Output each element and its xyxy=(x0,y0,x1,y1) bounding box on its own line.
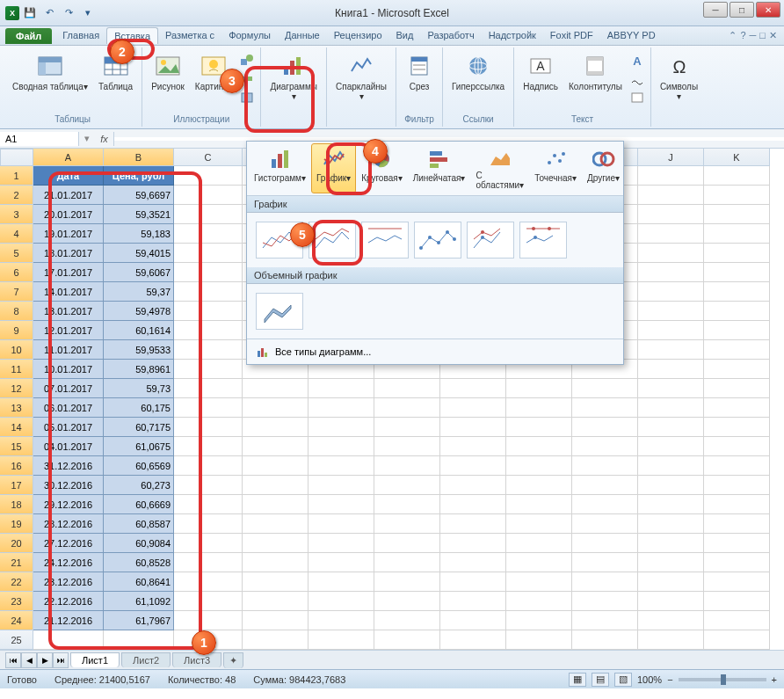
cell-G21[interactable] xyxy=(440,553,506,572)
cell-K21[interactable] xyxy=(704,553,770,572)
cell-B5[interactable]: 59,4015 xyxy=(104,244,174,263)
cell-J23[interactable] xyxy=(638,592,704,611)
cell-G14[interactable] xyxy=(440,418,506,437)
cell-K2[interactable] xyxy=(704,186,770,205)
cell-D12[interactable] xyxy=(243,379,309,398)
cell-J22[interactable] xyxy=(638,572,704,592)
minimize-button[interactable]: ─ xyxy=(703,2,728,18)
cell-C15[interactable] xyxy=(174,437,243,456)
cell-D19[interactable] xyxy=(243,514,309,534)
cell-C7[interactable] xyxy=(174,282,243,302)
cell-K10[interactable] xyxy=(704,340,770,360)
cell-A1[interactable]: Дата xyxy=(33,166,104,186)
cell-B3[interactable]: 59,3521 xyxy=(104,205,174,224)
zoom-in-button[interactable]: + xyxy=(772,674,777,685)
cell-F20[interactable] xyxy=(374,534,440,553)
line-chart-markers[interactable] xyxy=(414,222,461,258)
row-header-13[interactable]: 13 xyxy=(0,398,33,418)
cell-A9[interactable]: 12.01.2017 xyxy=(33,321,104,340)
cell-D23[interactable] xyxy=(243,592,309,611)
cell-G22[interactable] xyxy=(440,572,506,592)
cell-F15[interactable] xyxy=(374,437,440,456)
row-header-9[interactable]: 9 xyxy=(0,321,33,340)
cell-E18[interactable] xyxy=(309,495,374,514)
row-header-21[interactable]: 21 xyxy=(0,553,33,572)
cell-J1[interactable] xyxy=(638,166,704,186)
cell-G13[interactable] xyxy=(440,398,506,418)
row-header-14[interactable]: 14 xyxy=(0,418,33,437)
row-header-15[interactable]: 15 xyxy=(0,437,33,456)
cell-K6[interactable] xyxy=(704,263,770,282)
row-header-16[interactable]: 16 xyxy=(0,456,33,476)
cell-B13[interactable]: 60,175 xyxy=(104,398,174,418)
file-tab[interactable]: Файл xyxy=(5,28,52,44)
row-header-17[interactable]: 17 xyxy=(0,476,33,495)
cell-B23[interactable]: 61,1092 xyxy=(104,592,174,611)
cell-J5[interactable] xyxy=(638,244,704,263)
cell-C14[interactable] xyxy=(174,418,243,437)
cell-C24[interactable] xyxy=(174,611,243,630)
cell-B10[interactable]: 59,9533 xyxy=(104,340,174,360)
cell-H18[interactable] xyxy=(506,495,572,514)
cell-E13[interactable] xyxy=(309,398,374,418)
chart-category-area[interactable]: Собластями▾ xyxy=(470,143,529,193)
cell-J24[interactable] xyxy=(638,611,704,630)
sheet-tab-1[interactable]: Лист1 xyxy=(70,652,120,667)
cell-A23[interactable]: 22.12.2016 xyxy=(33,592,104,611)
cell-H16[interactable] xyxy=(506,456,572,476)
cell-C10[interactable] xyxy=(174,340,243,360)
column-header-A[interactable]: A xyxy=(33,149,104,166)
cell-H12[interactable] xyxy=(506,379,572,398)
sheet-nav-next[interactable]: ▶ xyxy=(37,652,53,668)
cell-E20[interactable] xyxy=(309,534,374,553)
cell-K19[interactable] xyxy=(704,514,770,534)
hyperlink-button[interactable]: Гиперссылка xyxy=(448,49,508,94)
cell-B17[interactable]: 60,273 xyxy=(104,476,174,495)
cell-K15[interactable] xyxy=(704,437,770,456)
cell-B16[interactable]: 60,6569 xyxy=(104,456,174,476)
chart-category-line[interactable]: График▾ xyxy=(311,143,356,193)
symbols-button[interactable]: Ω Символы▾ xyxy=(657,49,701,104)
cell-A4[interactable]: 19.01.2017 xyxy=(33,224,104,244)
cell-D15[interactable] xyxy=(243,437,309,456)
cell-G23[interactable] xyxy=(440,592,506,611)
cell-A12[interactable]: 07.01.2017 xyxy=(33,379,104,398)
cell-A16[interactable]: 31.12.2016 xyxy=(33,456,104,476)
tab-формулы[interactable]: Формулы xyxy=(221,27,278,44)
row-header-22[interactable]: 22 xyxy=(0,572,33,592)
line-chart-stacked-markers[interactable] xyxy=(467,222,514,258)
screenshot-button[interactable] xyxy=(239,90,255,106)
wordart-button[interactable]: A xyxy=(629,53,645,69)
cell-F13[interactable] xyxy=(374,398,440,418)
cell-D14[interactable] xyxy=(243,418,309,437)
cell-I25[interactable] xyxy=(572,630,638,650)
tab-разметка с[interactable]: Разметка с xyxy=(158,27,221,44)
new-sheet-button[interactable]: ✦ xyxy=(223,652,243,668)
cell-E19[interactable] xyxy=(309,514,374,534)
cell-G16[interactable] xyxy=(440,456,506,476)
cell-A15[interactable]: 04.01.2017 xyxy=(33,437,104,456)
cell-J12[interactable] xyxy=(638,379,704,398)
name-box[interactable]: A1 xyxy=(0,132,79,146)
cell-E12[interactable] xyxy=(309,379,374,398)
zoom-out-button[interactable]: − xyxy=(667,674,672,685)
cell-I12[interactable] xyxy=(572,379,638,398)
line-chart-stacked[interactable] xyxy=(309,222,356,258)
cell-K11[interactable] xyxy=(704,360,770,379)
textbox-button[interactable]: A Надпись xyxy=(519,49,562,94)
row-header-11[interactable]: 11 xyxy=(0,360,33,379)
cell-E16[interactable] xyxy=(309,456,374,476)
sigline-button[interactable] xyxy=(629,71,645,87)
cell-B8[interactable]: 59,4978 xyxy=(104,302,174,321)
cell-K17[interactable] xyxy=(704,476,770,495)
cell-A8[interactable]: 13.01.2017 xyxy=(33,302,104,321)
cell-H14[interactable] xyxy=(506,418,572,437)
row-header-20[interactable]: 20 xyxy=(0,534,33,553)
cell-C3[interactable] xyxy=(174,205,243,224)
cell-E25[interactable] xyxy=(309,630,374,650)
mdi-restore-icon[interactable]: □ xyxy=(759,30,766,41)
cell-K24[interactable] xyxy=(704,611,770,630)
cell-B4[interactable]: 59,183 xyxy=(104,224,174,244)
cell-J20[interactable] xyxy=(638,534,704,553)
cell-C4[interactable] xyxy=(174,224,243,244)
